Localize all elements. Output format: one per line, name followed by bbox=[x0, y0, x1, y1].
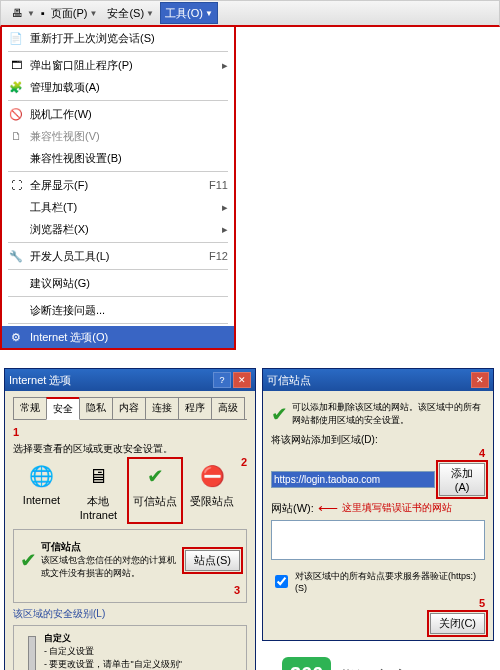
menu-devtools[interactable]: 🔧开发人员工具(L)F12 bbox=[2, 245, 234, 267]
help-button[interactable]: ? bbox=[213, 372, 231, 388]
menu-toolbars[interactable]: 工具栏(T)▸ bbox=[2, 196, 234, 218]
tab-privacy[interactable]: 隐私 bbox=[79, 397, 113, 419]
annotation-4: 4 bbox=[479, 447, 485, 459]
level-slider[interactable] bbox=[28, 636, 36, 670]
menu-compat-settings[interactable]: 兼容性视图设置(B) bbox=[2, 147, 234, 169]
trusted-sites-dialog: 可信站点 ✕ ✔ 可以添加和删除该区域的网站。该区域中的所有网站都使用区域的安全… bbox=[262, 368, 494, 641]
menu-reopen[interactable]: 📄重新打开上次浏览会话(S) bbox=[2, 27, 234, 49]
dialog-title: Internet 选项 bbox=[9, 373, 71, 388]
shortcut-key: F11 bbox=[209, 179, 228, 191]
submenu-arrow-icon: ▸ bbox=[222, 223, 228, 236]
close-button[interactable]: ✕ bbox=[471, 372, 489, 388]
close-trusted-button[interactable]: 关闭(C) bbox=[430, 613, 485, 634]
logo-text: 货源之家 bbox=[338, 666, 410, 670]
hint-text: 这里填写错误证书的网站 bbox=[342, 501, 452, 515]
page-menu[interactable]: 页面(P)▼ bbox=[47, 3, 102, 23]
menu-popup[interactable]: 🗔弹出窗口阻止程序(P)▸ bbox=[2, 54, 234, 76]
tab-security[interactable]: 安全 bbox=[46, 397, 80, 420]
checkmark-icon: ✔ bbox=[271, 402, 288, 426]
menu-compat[interactable]: 🗋兼容性视图(V) bbox=[2, 125, 234, 147]
checkmark-icon: ✔ bbox=[139, 460, 171, 492]
chevron-down-icon: ▼ bbox=[205, 9, 213, 18]
menu-fullscreen[interactable]: ⛶全屏显示(F)F11 bbox=[2, 174, 234, 196]
dialog-title: 可信站点 bbox=[267, 373, 311, 388]
separator bbox=[8, 269, 228, 270]
chevron-down-icon: ▼ bbox=[27, 9, 35, 18]
verify-label: 对该区域中的所有站点要求服务器验证(https:)(S) bbox=[295, 570, 485, 593]
shortcut-key: F12 bbox=[209, 250, 228, 262]
annotation-2: 2 bbox=[241, 456, 247, 468]
annotation-1: 1 bbox=[13, 426, 19, 438]
custom-title: 自定义 bbox=[44, 633, 71, 643]
separator: ▪ bbox=[41, 7, 45, 19]
sites-listbox[interactable] bbox=[271, 520, 485, 560]
intranet-icon: 🖥 bbox=[82, 460, 114, 492]
zone-list: 🌐Internet 🖥本地 Intranet ✔可信站点 ⛔受限站点 bbox=[13, 460, 241, 521]
tab-general[interactable]: 常规 bbox=[13, 397, 47, 419]
tab-strip: 常规 安全 隐私 内容 连接 程序 高级 bbox=[13, 397, 247, 420]
list-label: 网站(W): bbox=[271, 501, 314, 516]
zone-restricted[interactable]: ⛔受限站点 bbox=[187, 460, 237, 521]
separator bbox=[8, 242, 228, 243]
separator bbox=[8, 100, 228, 101]
watermark: 360 货源之家 www.360hyzj.com bbox=[262, 657, 494, 670]
checkmark-icon: ✔ bbox=[20, 548, 37, 572]
level-label: 该区域的安全级别(L) bbox=[13, 607, 247, 621]
submenu-arrow-icon: ▸ bbox=[222, 201, 228, 214]
tab-connections[interactable]: 连接 bbox=[145, 397, 179, 419]
titlebar: Internet 选项 ? ✕ bbox=[5, 369, 255, 391]
add-label: 将该网站添加到区域(D): bbox=[271, 433, 485, 447]
annotation-5: 5 bbox=[479, 597, 485, 609]
menu-explorer[interactable]: 浏览器栏(X)▸ bbox=[2, 218, 234, 240]
verify-checkbox[interactable] bbox=[275, 575, 288, 588]
separator bbox=[8, 51, 228, 52]
separator bbox=[8, 296, 228, 297]
menu-offline[interactable]: 🚫脱机工作(W) bbox=[2, 103, 234, 125]
trusted-title: 可信站点 bbox=[41, 541, 81, 552]
tools-menu[interactable]: 工具(O)▼ bbox=[160, 2, 218, 24]
close-button[interactable]: ✕ bbox=[233, 372, 251, 388]
compat-icon: 🗋 bbox=[8, 128, 24, 144]
menu-addons[interactable]: 🧩管理加载项(A) bbox=[2, 76, 234, 98]
trusted-desc: 该区域包含您信任的对您的计算机或文件没有损害的网站。 bbox=[41, 555, 176, 578]
print-button[interactable]: 🖶 ▼ bbox=[5, 3, 39, 23]
tab-content[interactable]: 内容 bbox=[112, 397, 146, 419]
annotation-3: 3 bbox=[234, 584, 240, 596]
gear-icon: ⚙ bbox=[8, 329, 24, 345]
titlebar: 可信站点 ✕ bbox=[263, 369, 493, 391]
trusted-desc: 可以添加和删除该区域的网站。该区域中的所有网站都使用区域的安全设置。 bbox=[292, 401, 485, 427]
internet-options-dialog: Internet 选项 ? ✕ 常规 安全 隐私 内容 连接 程序 高级 1 选… bbox=[4, 368, 256, 670]
zone-trusted[interactable]: ✔可信站点 bbox=[130, 460, 180, 521]
sites-button[interactable]: 站点(S) bbox=[185, 550, 240, 571]
fullscreen-icon: ⛶ bbox=[8, 177, 24, 193]
offline-icon: 🚫 bbox=[8, 106, 24, 122]
tab-programs[interactable]: 程序 bbox=[178, 397, 212, 419]
menu-internet-options[interactable]: ⚙Internet 选项(O) bbox=[2, 326, 234, 348]
security-level: 自定义 - 自定义设置 - 要更改设置，请单击"自定义级别" - 要使用推荐的设… bbox=[13, 625, 247, 670]
chevron-down-icon: ▼ bbox=[90, 9, 98, 18]
popup-icon: 🗔 bbox=[8, 57, 24, 73]
zone-local[interactable]: 🖥本地 Intranet bbox=[73, 460, 123, 521]
separator bbox=[8, 171, 228, 172]
arrow-icon: ⟵ bbox=[318, 500, 338, 516]
globe-icon: 🌐 bbox=[25, 460, 57, 492]
wrench-icon: 🔧 bbox=[8, 248, 24, 264]
page-icon: 📄 bbox=[8, 30, 24, 46]
tab-advanced[interactable]: 高级 bbox=[211, 397, 245, 419]
menu-diagnose[interactable]: 诊断连接问题... bbox=[2, 299, 234, 321]
safety-menu[interactable]: 安全(S)▼ bbox=[103, 3, 158, 23]
zone-details: ✔ 可信站点 该区域包含您信任的对您的计算机或文件没有损害的网站。 站点(S) … bbox=[13, 529, 247, 603]
addon-icon: 🧩 bbox=[8, 79, 24, 95]
submenu-arrow-icon: ▸ bbox=[222, 59, 228, 72]
printer-icon: 🖶 bbox=[9, 5, 25, 21]
zone-prompt: 选择要查看的区域或更改安全设置。 bbox=[13, 442, 247, 456]
url-input[interactable] bbox=[271, 471, 435, 488]
ie-toolbar: 🖶 ▼ ▪ 页面(P)▼ 安全(S)▼ 工具(O)▼ bbox=[0, 0, 500, 27]
zone-internet[interactable]: 🌐Internet bbox=[16, 460, 66, 521]
menu-suggested[interactable]: 建议网站(G) bbox=[2, 272, 234, 294]
tools-dropdown: 📄重新打开上次浏览会话(S) 🗔弹出窗口阻止程序(P)▸ 🧩管理加载项(A) 🚫… bbox=[0, 27, 236, 350]
chevron-down-icon: ▼ bbox=[146, 9, 154, 18]
restricted-icon: ⛔ bbox=[196, 460, 228, 492]
add-button[interactable]: 添加(A) bbox=[439, 463, 485, 496]
separator bbox=[8, 323, 228, 324]
